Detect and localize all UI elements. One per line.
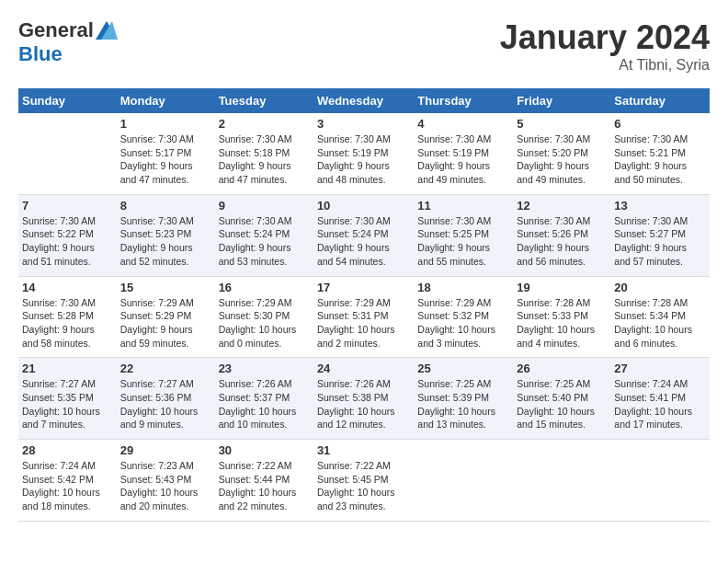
logo-icon — [96, 21, 118, 40]
day-info: Sunrise: 7:25 AMSunset: 5:40 PMDaylight:… — [517, 377, 607, 431]
day-info: Sunrise: 7:29 AMSunset: 5:31 PMDaylight:… — [317, 296, 410, 350]
header-friday: Friday — [513, 88, 610, 113]
day-info: Sunrise: 7:30 AMSunset: 5:28 PMDaylight:… — [22, 296, 113, 350]
day-number: 6 — [614, 117, 706, 131]
day-number: 12 — [517, 199, 607, 213]
day-number: 26 — [517, 362, 607, 375]
calendar-cell — [610, 440, 710, 522]
day-info: Sunrise: 7:30 AMSunset: 5:21 PMDaylight:… — [614, 132, 706, 187]
week-row-3: 21Sunrise: 7:27 AMSunset: 5:35 PMDayligh… — [18, 358, 710, 440]
day-info: Sunrise: 7:27 AMSunset: 5:35 PMDaylight:… — [22, 377, 113, 431]
logo-blue: Blue — [18, 42, 63, 66]
week-row-0: 1Sunrise: 7:30 AMSunset: 5:17 PMDaylight… — [18, 113, 710, 194]
day-info: Sunrise: 7:30 AMSunset: 5:19 PMDaylight:… — [317, 132, 410, 187]
day-number: 24 — [317, 362, 410, 375]
day-info: Sunrise: 7:30 AMSunset: 5:17 PMDaylight:… — [120, 132, 211, 187]
calendar-cell: 23Sunrise: 7:26 AMSunset: 5:37 PMDayligh… — [215, 358, 313, 440]
day-info: Sunrise: 7:30 AMSunset: 5:20 PMDaylight:… — [517, 132, 607, 187]
calendar-cell: 1Sunrise: 7:30 AMSunset: 5:17 PMDaylight… — [117, 113, 215, 194]
calendar-cell: 2Sunrise: 7:30 AMSunset: 5:18 PMDaylight… — [215, 113, 313, 194]
header-monday: Monday — [117, 88, 215, 113]
week-row-2: 14Sunrise: 7:30 AMSunset: 5:28 PMDayligh… — [18, 276, 710, 358]
calendar-cell — [513, 440, 610, 522]
day-info: Sunrise: 7:23 AMSunset: 5:43 PMDaylight:… — [120, 459, 211, 513]
calendar-cell: 7Sunrise: 7:30 AMSunset: 5:22 PMDaylight… — [18, 194, 117, 276]
logo-general: General — [18, 18, 94, 42]
calendar-cell: 5Sunrise: 7:30 AMSunset: 5:20 PMDaylight… — [513, 113, 610, 194]
calendar-cell: 19Sunrise: 7:28 AMSunset: 5:33 PMDayligh… — [513, 276, 610, 358]
day-number: 5 — [517, 117, 607, 131]
day-info: Sunrise: 7:30 AMSunset: 5:22 PMDaylight:… — [22, 214, 113, 269]
day-number: 25 — [417, 362, 509, 375]
day-info: Sunrise: 7:29 AMSunset: 5:32 PMDaylight:… — [417, 296, 509, 350]
day-info: Sunrise: 7:29 AMSunset: 5:30 PMDaylight:… — [219, 296, 310, 350]
header-saturday: Saturday — [610, 88, 710, 113]
calendar-cell: 11Sunrise: 7:30 AMSunset: 5:25 PMDayligh… — [414, 194, 513, 276]
day-info: Sunrise: 7:30 AMSunset: 5:25 PMDaylight:… — [417, 214, 509, 269]
day-info: Sunrise: 7:24 AMSunset: 5:41 PMDaylight:… — [614, 377, 706, 431]
location-subtitle: At Tibni, Syria — [500, 57, 710, 74]
day-info: Sunrise: 7:29 AMSunset: 5:29 PMDaylight:… — [120, 296, 211, 350]
day-number: 13 — [614, 199, 706, 213]
day-info: Sunrise: 7:27 AMSunset: 5:36 PMDaylight:… — [120, 377, 211, 431]
day-number: 10 — [317, 199, 410, 213]
day-info: Sunrise: 7:30 AMSunset: 5:19 PMDaylight:… — [417, 132, 509, 187]
day-number: 23 — [219, 362, 310, 375]
day-number: 30 — [219, 443, 310, 457]
day-info: Sunrise: 7:28 AMSunset: 5:34 PMDaylight:… — [614, 296, 706, 350]
day-info: Sunrise: 7:30 AMSunset: 5:24 PMDaylight:… — [317, 214, 410, 269]
day-number: 20 — [614, 281, 706, 294]
day-number: 28 — [22, 443, 113, 457]
calendar-cell: 26Sunrise: 7:25 AMSunset: 5:40 PMDayligh… — [513, 358, 610, 440]
calendar-cell: 31Sunrise: 7:22 AMSunset: 5:45 PMDayligh… — [313, 440, 414, 522]
calendar-cell: 21Sunrise: 7:27 AMSunset: 5:35 PMDayligh… — [18, 358, 117, 440]
day-info: Sunrise: 7:30 AMSunset: 5:23 PMDaylight:… — [120, 214, 211, 269]
day-number: 7 — [22, 199, 113, 213]
calendar-cell: 18Sunrise: 7:29 AMSunset: 5:32 PMDayligh… — [414, 276, 513, 358]
calendar-table: SundayMondayTuesdayWednesdayThursdayFrid… — [18, 88, 710, 522]
calendar-cell: 29Sunrise: 7:23 AMSunset: 5:43 PMDayligh… — [117, 440, 215, 522]
page-header: General Blue January 2024 At Tibni, Syri… — [18, 18, 710, 74]
day-number: 18 — [417, 281, 509, 294]
title-block: January 2024 At Tibni, Syria — [500, 18, 710, 74]
day-number: 27 — [614, 362, 706, 375]
day-info: Sunrise: 7:30 AMSunset: 5:26 PMDaylight:… — [517, 214, 607, 269]
day-number: 4 — [417, 117, 509, 131]
day-number: 8 — [120, 199, 211, 213]
calendar-cell: 24Sunrise: 7:26 AMSunset: 5:38 PMDayligh… — [313, 358, 414, 440]
calendar-cell: 3Sunrise: 7:30 AMSunset: 5:19 PMDaylight… — [313, 113, 414, 194]
day-info: Sunrise: 7:22 AMSunset: 5:44 PMDaylight:… — [219, 459, 310, 513]
calendar-cell: 15Sunrise: 7:29 AMSunset: 5:29 PMDayligh… — [117, 276, 215, 358]
day-number: 29 — [120, 443, 211, 457]
day-number: 11 — [417, 199, 509, 213]
day-number: 17 — [317, 281, 410, 294]
day-info: Sunrise: 7:24 AMSunset: 5:42 PMDaylight:… — [22, 459, 113, 513]
calendar-cell: 17Sunrise: 7:29 AMSunset: 5:31 PMDayligh… — [313, 276, 414, 358]
day-info: Sunrise: 7:30 AMSunset: 5:27 PMDaylight:… — [614, 214, 706, 269]
calendar-cell: 22Sunrise: 7:27 AMSunset: 5:36 PMDayligh… — [117, 358, 215, 440]
calendar-cell: 20Sunrise: 7:28 AMSunset: 5:34 PMDayligh… — [610, 276, 710, 358]
day-info: Sunrise: 7:26 AMSunset: 5:37 PMDaylight:… — [219, 377, 310, 431]
day-number: 31 — [317, 443, 410, 457]
day-number: 22 — [120, 362, 211, 375]
day-info: Sunrise: 7:30 AMSunset: 5:18 PMDaylight:… — [219, 132, 310, 187]
day-number: 14 — [22, 281, 113, 294]
calendar-cell: 4Sunrise: 7:30 AMSunset: 5:19 PMDaylight… — [414, 113, 513, 194]
day-number: 3 — [317, 117, 410, 131]
calendar-cell: 28Sunrise: 7:24 AMSunset: 5:42 PMDayligh… — [18, 440, 117, 522]
day-info: Sunrise: 7:22 AMSunset: 5:45 PMDaylight:… — [317, 459, 410, 513]
calendar-cell: 16Sunrise: 7:29 AMSunset: 5:30 PMDayligh… — [215, 276, 313, 358]
calendar-cell — [414, 440, 513, 522]
week-row-1: 7Sunrise: 7:30 AMSunset: 5:22 PMDaylight… — [18, 194, 710, 276]
calendar-cell: 13Sunrise: 7:30 AMSunset: 5:27 PMDayligh… — [610, 194, 710, 276]
day-info: Sunrise: 7:30 AMSunset: 5:24 PMDaylight:… — [219, 214, 310, 269]
header-wednesday: Wednesday — [313, 88, 414, 113]
day-number: 19 — [517, 281, 607, 294]
week-row-4: 28Sunrise: 7:24 AMSunset: 5:42 PMDayligh… — [18, 440, 710, 522]
day-info: Sunrise: 7:26 AMSunset: 5:38 PMDaylight:… — [317, 377, 410, 431]
header-row: SundayMondayTuesdayWednesdayThursdayFrid… — [18, 88, 710, 113]
calendar-cell: 8Sunrise: 7:30 AMSunset: 5:23 PMDaylight… — [117, 194, 215, 276]
month-title: January 2024 — [500, 18, 710, 57]
calendar-cell: 12Sunrise: 7:30 AMSunset: 5:26 PMDayligh… — [513, 194, 610, 276]
header-thursday: Thursday — [414, 88, 513, 113]
